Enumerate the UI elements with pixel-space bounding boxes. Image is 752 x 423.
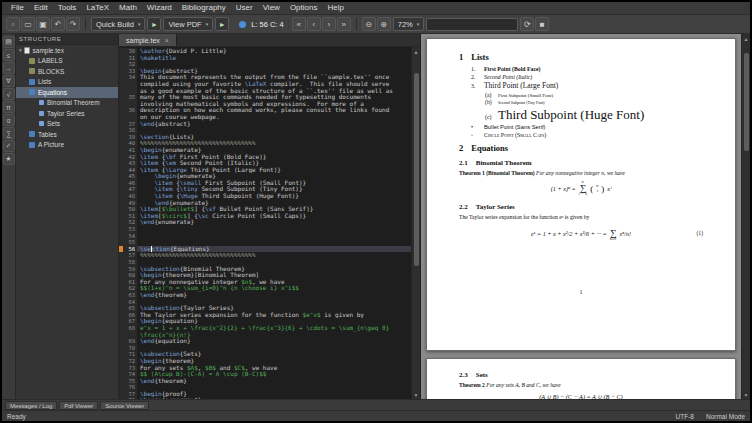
structure-item-sets[interactable]: Sets	[16, 119, 118, 130]
view-pdf-select[interactable]: View PDF ▾	[163, 17, 213, 31]
code-line-67[interactable]: 67\begin{equation}	[119, 318, 411, 325]
code-line-wrap[interactable]: \frac{x^n}{n!}	[119, 332, 411, 339]
code-line-34[interactable]: 34This document represents the output fr…	[119, 74, 411, 81]
scroll-up-icon[interactable]: ▲	[742, 34, 750, 43]
redo-icon[interactable]: ↷	[66, 17, 80, 31]
toolbar-search-input[interactable]	[426, 18, 518, 31]
code-line-64[interactable]: 64	[119, 299, 411, 306]
symbol-panel-icon-3[interactable]: ∀	[3, 75, 15, 87]
symbol-panel-icon-0[interactable]: ▤	[3, 36, 15, 48]
quick-build-select[interactable]: Quick Build ▾	[91, 17, 145, 31]
code-line-52[interactable]: 52\end{enumerate}	[119, 219, 411, 226]
bottom-tab-source-viewer[interactable]: Source Viewer	[100, 401, 149, 410]
code-line-49[interactable]: 49 \end{enumerate}	[119, 200, 411, 207]
code-line-54[interactable]: 54	[119, 233, 411, 240]
code-line-44[interactable]: 44\item {\Large Third Point (Large Font)…	[119, 167, 411, 174]
menu-tools[interactable]: Tools	[53, 2, 82, 14]
save-file-icon[interactable]: ▣	[36, 17, 50, 31]
code-line-71[interactable]: 71\subsection{Sets}	[119, 351, 411, 358]
structure-item-sample-tex[interactable]: ▾sample.tex	[16, 45, 118, 56]
pdf-scrollbar[interactable]: ▲ ▼	[741, 34, 750, 399]
zoom-select[interactable]: 72% ▾	[393, 17, 425, 31]
code-line-57[interactable]: 57%%%%%%%%%%%%%%%%%%%%%%%%%%%%%%%%	[119, 252, 411, 259]
symbol-panel-icon-1[interactable]: ≤	[3, 49, 15, 61]
code-line-65[interactable]: 65\subsection{Taylor Series}	[119, 305, 411, 312]
code-line-47[interactable]: 47 \item {\tiny Second Subpoint (Tiny Fo…	[119, 186, 411, 193]
next-page-icon[interactable]: ›	[322, 17, 336, 31]
code-line-45[interactable]: 45 \begin{enumerate}	[119, 173, 411, 180]
pdf-scroll-thumb[interactable]	[744, 53, 749, 150]
code-line-72[interactable]: 72\begin{theorem}	[119, 358, 411, 365]
tab-sample-tex[interactable]: sample.tex ×	[119, 34, 177, 46]
code-line-41[interactable]: 41\begin{enumerate}	[119, 147, 411, 154]
code-line-60[interactable]: 60\begin{theorem}[Binomial Theorem]	[119, 272, 411, 279]
code-line-wrap[interactable]: compiled using your favorite \LaTeX comp…	[119, 81, 411, 88]
code-line-73[interactable]: 73For any sets $A$, $B$ and $C$, we have	[119, 365, 411, 372]
menu-wizard[interactable]: Wizard	[142, 2, 177, 14]
code-line-55[interactable]: 55	[119, 239, 411, 246]
code-line-wrap[interactable]: as a good example of the basic structure…	[119, 88, 411, 95]
code-line-32[interactable]: 32	[119, 61, 411, 68]
menu-file[interactable]: File	[6, 2, 29, 14]
code-line-50[interactable]: 50\item[$\bullet$] {\sf Bullet Point (Sa…	[119, 206, 411, 213]
code-line-35[interactable]: 35many of the most basic commands needed…	[119, 94, 411, 101]
code-line-56[interactable]: 56\section{Equations}	[119, 246, 411, 253]
code-line-wrap[interactable]: on our course webpage.	[119, 114, 411, 121]
expander-icon[interactable]: ▾	[19, 47, 22, 53]
symbol-panel-icon-4[interactable]: √	[3, 88, 15, 100]
symbol-panel-icon-9[interactable]: ★	[3, 153, 15, 165]
code-line-37[interactable]: 37\end{abstract}	[119, 121, 411, 128]
open-file-icon[interactable]: ▭	[21, 17, 35, 31]
code-line-68[interactable]: 68e^x = 1 + x + \frac{x^2}{2} + \frac{x^…	[119, 325, 411, 332]
undo-icon[interactable]: ↶	[51, 17, 65, 31]
menu-math[interactable]: Math	[114, 2, 142, 14]
scroll-up-icon[interactable]: ▲	[412, 47, 420, 56]
symbol-panel-icon-7[interactable]: ∑	[3, 127, 15, 139]
close-tab-icon[interactable]: ×	[165, 37, 169, 44]
code-line-39[interactable]: 39\section{Lists}	[119, 134, 411, 141]
code-line-36[interactable]: 36description on how each command works,…	[119, 107, 411, 114]
structure-item-equations[interactable]: Equations	[16, 87, 118, 98]
code-line-66[interactable]: 66The Taylor series expansion for the fu…	[119, 312, 411, 319]
editor-scrollbar[interactable]: ▲ ▼	[411, 47, 420, 399]
code-line-70[interactable]: 70	[119, 345, 411, 352]
code-line-74[interactable]: 74$$ (A\cup B)-(C-A) = A \cup (B-C)$$	[119, 371, 411, 378]
structure-item-lists[interactable]: Lists	[16, 77, 118, 88]
prev-page-icon[interactable]: ‹	[307, 17, 321, 31]
symbol-panel-icon-8[interactable]: ✓	[3, 140, 15, 152]
menu-options[interactable]: Options	[285, 2, 323, 14]
stop-icon[interactable]: ■	[535, 17, 549, 31]
code-line-69[interactable]: 69\end{equation}	[119, 338, 411, 345]
bottom-tab-pdf-viewer[interactable]: Pdf Viewer	[59, 401, 98, 410]
code-line-51[interactable]: 51\item[$\circ$] {\sc Circle Point (Smal…	[119, 213, 411, 220]
menu-view[interactable]: View	[258, 2, 285, 14]
new-file-icon[interactable]: ▫	[6, 17, 20, 31]
code-area[interactable]: 30\author{David P. Little}31\maketitle32…	[119, 47, 411, 399]
run-quick-build-button[interactable]: ►	[147, 17, 161, 31]
pdf-scroll-track[interactable]	[742, 43, 750, 390]
refresh-icon[interactable]: ⟳	[520, 17, 534, 31]
menu-bibliography[interactable]: Bibliography	[177, 2, 231, 14]
code-line-61[interactable]: 61For any nonnegative integer $n$, we ha…	[119, 279, 411, 286]
bottom-tab-messages-log[interactable]: Messages / Log	[5, 401, 57, 410]
scroll-down-icon[interactable]: ▼	[742, 390, 750, 399]
code-line-42[interactable]: 42\item {\bf First Point (Bold Face)}	[119, 154, 411, 161]
zoom-out-icon[interactable]: ⊖	[362, 17, 376, 31]
code-line-63[interactable]: 63\end{theorem}	[119, 292, 411, 299]
code-line-38[interactable]: 38	[119, 127, 411, 134]
code-line-53[interactable]: 53	[119, 226, 411, 233]
structure-item-labels[interactable]: LABELS	[16, 56, 118, 67]
menu-help[interactable]: Help	[322, 2, 348, 14]
structure-item-binomial-theorem[interactable]: Binomial Theorem	[16, 98, 118, 109]
structure-item-blocks[interactable]: BLOCKS	[16, 66, 118, 77]
symbol-panel-icon-6[interactable]: α	[3, 114, 15, 126]
code-line-59[interactable]: 59\subsection{Binomial Theorem}	[119, 266, 411, 273]
menu-user[interactable]: User	[231, 2, 258, 14]
code-line-62[interactable]: 62$$(1+x)^n = \sum_{i=0}^n {n \choose i}…	[119, 285, 411, 292]
run-view-pdf-button[interactable]: ►	[215, 17, 229, 31]
structure-item-tables[interactable]: Tables	[16, 129, 118, 140]
menu-latex[interactable]: LaTeX	[81, 2, 114, 14]
code-line-46[interactable]: 46 \item {\small First Subpoint (Small F…	[119, 180, 411, 187]
editor-scroll-track[interactable]	[412, 56, 420, 390]
code-line-58[interactable]: 58	[119, 259, 411, 266]
